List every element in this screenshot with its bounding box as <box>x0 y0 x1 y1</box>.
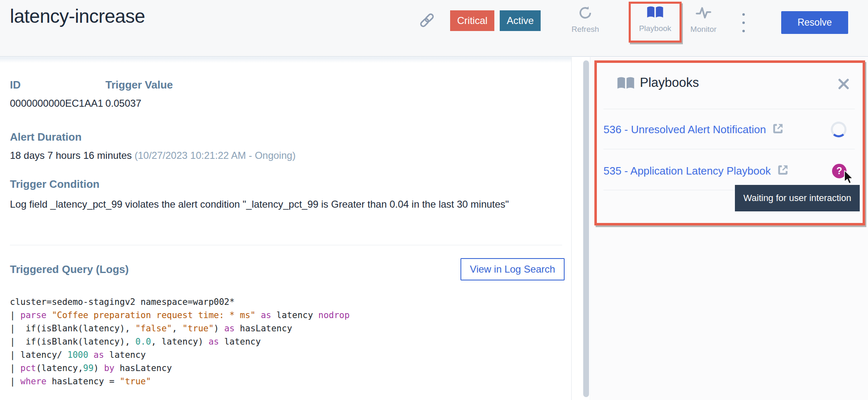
status-tooltip: Waiting for user interaction <box>735 185 860 211</box>
external-link-icon[interactable] <box>777 164 789 178</box>
status-badge: Active <box>500 10 541 31</box>
mouse-cursor <box>843 170 856 186</box>
header-bar: latency-increase Critical Active Refresh <box>0 0 868 57</box>
playbooks-panel-book-icon <box>617 76 635 92</box>
playbook-loading-spinner <box>831 122 847 137</box>
playbook-label: Playbook <box>639 24 671 33</box>
close-icon[interactable] <box>837 78 850 90</box>
playbook-button[interactable]: Playbook <box>639 5 672 33</box>
more-actions-button[interactable] <box>739 13 748 32</box>
scrollbar-thumb[interactable] <box>583 60 589 397</box>
id-value: 0000000000EC1AA1 <box>10 98 103 109</box>
playbook-divider <box>603 149 855 149</box>
external-link-icon[interactable] <box>772 122 784 137</box>
alert-duration-range: (10/27/2023 10:21:22 AM - Ongoing) <box>135 150 296 161</box>
trigger-condition-text: Log field _latency_pct_99 violates the a… <box>10 197 547 211</box>
view-in-log-search-button[interactable]: View in Log Search <box>460 258 565 280</box>
trigger-value-label: Trigger Value <box>105 79 173 91</box>
alert-detail-page: latency-increase Critical Active Refresh <box>0 0 868 400</box>
monitor-icon <box>695 5 712 22</box>
triggered-query-label: Triggered Query (Logs) <box>10 263 129 276</box>
playbook-row: 535 - Application Latency Playbook ? <box>603 160 865 181</box>
playbooks-panel-title: Playbooks <box>640 75 699 90</box>
alert-duration-label: Alert Duration <box>10 131 81 144</box>
alert-duration-value: 18 days 7 hours 16 minutes (10/27/2023 1… <box>10 150 296 161</box>
trigger-value: 0.05037 <box>105 98 141 109</box>
playbook-link-536[interactable]: 536 - Unresolved Alert Notification <box>603 123 766 136</box>
playbook-link-535[interactable]: 535 - Application Latency Playbook <box>603 165 771 177</box>
id-label: ID <box>10 79 21 91</box>
page-title: latency-increase <box>10 5 145 27</box>
refresh-icon <box>578 5 593 22</box>
resolve-button[interactable]: Resolve <box>781 11 848 34</box>
severity-badge: Critical <box>450 10 494 31</box>
refresh-button[interactable]: Refresh <box>569 5 602 34</box>
monitor-label: Monitor <box>690 25 716 34</box>
monitor-button[interactable]: Monitor <box>687 5 720 34</box>
section-divider <box>10 245 562 245</box>
refresh-label: Refresh <box>572 25 599 34</box>
playbook-icon <box>646 5 664 21</box>
playbook-row: 536 - Unresolved Alert Notification <box>603 119 865 140</box>
playbook-divider <box>603 109 855 109</box>
copy-link-icon[interactable] <box>418 12 436 31</box>
trigger-condition-label: Trigger Condition <box>10 178 100 191</box>
query-code: cluster=sedemo-stagingv2 namespace=warp0… <box>10 295 350 388</box>
